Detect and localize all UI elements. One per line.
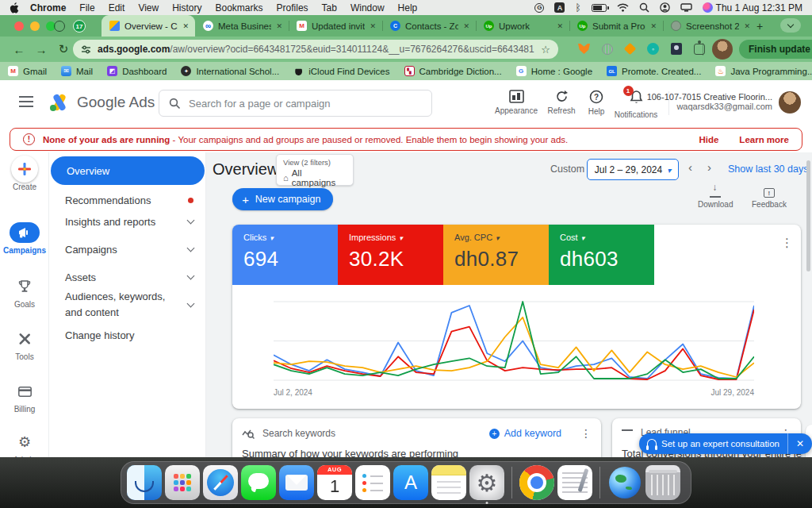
teal-extension-icon[interactable]: ◦ — [646, 42, 660, 56]
browser-tab-4[interactable]: Upwork — [476, 15, 569, 37]
menu-item-window[interactable]: Window — [350, 2, 385, 13]
menu-bar-clock[interactable]: Thu 1 Aug 12:31 PM — [716, 2, 802, 13]
dock-calendar-icon[interactable]: AUG1 — [317, 465, 352, 500]
dock-trash-icon[interactable] — [645, 465, 680, 500]
nav-item-assets[interactable]: Assets — [49, 267, 206, 287]
bookmark-8[interactable]: Java Programming... — [715, 66, 812, 76]
bookmark-1[interactable]: Mail — [61, 66, 93, 76]
bookmark-3[interactable]: International Schol... — [181, 66, 279, 76]
back-button[interactable]: ← — [8, 43, 30, 56]
nav-item-change-history[interactable]: Change history — [49, 325, 206, 344]
close-window-button[interactable] — [14, 21, 24, 31]
sphere-extension-icon[interactable] — [600, 42, 614, 56]
metric-tile-avg-cpc[interactable]: Avg. CPCdh0.87 — [443, 225, 549, 285]
nav-item-audiences-keywords-and-content[interactable]: Audiences, keywords, and content — [49, 289, 206, 321]
menu-item-tab[interactable]: Tab — [322, 2, 337, 13]
new-campaign-button[interactable]: New campaign — [232, 188, 333, 210]
dock-globe-icon[interactable] — [607, 465, 642, 500]
rail-item-tools[interactable]: Tools — [0, 329, 49, 361]
keywords-card-menu[interactable] — [580, 427, 592, 440]
browser-tab-3[interactable]: Contacts - Zoh — [382, 15, 476, 37]
dock-settings-icon[interactable] — [469, 465, 504, 500]
displays-icon[interactable] — [680, 2, 692, 13]
tag-extension-icon[interactable] — [623, 42, 637, 56]
metric-tile-cost[interactable]: Costdh603 — [549, 225, 654, 285]
close-tab-icon[interactable] — [276, 22, 282, 30]
view-filter-chip[interactable]: View (2 filters) All campaigns — [276, 154, 354, 186]
bookmark-star-icon[interactable] — [541, 44, 550, 56]
close-tab-icon[interactable] — [557, 22, 563, 30]
minimize-window-button[interactable] — [30, 21, 40, 31]
menu-item-edit[interactable]: Edit — [109, 2, 125, 13]
google-ads-logo[interactable]: Google Ads — [49, 93, 155, 112]
download-button[interactable]: Download — [698, 188, 733, 209]
hide-alert-button[interactable]: Hide — [699, 135, 718, 144]
browser-tab-2[interactable]: Updated invitati — [289, 15, 382, 37]
dock-notes-icon[interactable] — [431, 465, 466, 500]
menu-item-bookmarks[interactable]: Bookmarks — [216, 2, 263, 13]
next-range-button[interactable]: › — [707, 160, 711, 174]
dock-finder-icon[interactable] — [127, 465, 162, 500]
expert-consultation-banner[interactable]: Set up an expert consultation — [639, 433, 812, 454]
browser-tab-6[interactable]: Screenshot 202 — [663, 15, 756, 37]
address-bar[interactable]: ads.google.com/aw/overview?ocid=66434817… — [73, 40, 558, 59]
nav-item-campaigns[interactable]: Campaigns — [49, 240, 206, 259]
nav-item-recommendations[interactable]: Recommendations — [49, 190, 206, 210]
close-consult-button[interactable] — [788, 438, 812, 449]
show-last-30-days-link[interactable]: Show last 30 days — [728, 164, 808, 175]
browser-tab-1[interactable]: Meta Business S — [195, 15, 289, 37]
contacts-extension-icon[interactable] — [669, 42, 683, 56]
browser-tab-0[interactable]: Overview - Crea — [102, 15, 195, 37]
site-settings-icon[interactable] — [81, 44, 91, 55]
main-menu-hamburger-button[interactable] — [19, 96, 33, 107]
menu-item-file[interactable]: File — [79, 2, 94, 13]
bookmark-0[interactable]: Gmail — [8, 66, 47, 76]
dock-safari-icon[interactable] — [203, 465, 238, 500]
new-tab-button[interactable]: + — [753, 20, 766, 33]
card-overflow-menu[interactable] — [781, 236, 793, 250]
spotlight-icon[interactable] — [639, 2, 649, 13]
bookmark-4[interactable]: iCloud Find Devices — [293, 66, 389, 76]
rail-item-campaigns[interactable]: Campaigns — [0, 222, 49, 255]
close-tab-icon[interactable] — [650, 22, 657, 30]
account-avatar[interactable] — [779, 91, 801, 114]
bookmark-5[interactable]: Cambridge Diction... — [404, 66, 502, 76]
dock-mail-icon[interactable] — [279, 465, 314, 500]
metric-tile-impressions[interactable]: Impressions30.2K — [338, 225, 443, 285]
dock-reminders-icon[interactable] — [355, 465, 390, 500]
bluetooth-icon[interactable]: ᛒ — [575, 2, 580, 13]
dock-textedit-icon[interactable] — [557, 465, 592, 500]
appearance-button[interactable]: Appearance — [492, 90, 540, 115]
page-scrollbar[interactable] — [806, 160, 810, 271]
menu-item-profiles[interactable]: Profiles — [277, 2, 308, 13]
feedback-button[interactable]: Feedback — [752, 188, 787, 209]
close-tab-icon[interactable] — [744, 22, 750, 30]
nav-item-insights-and-reports[interactable]: Insights and reports — [49, 212, 206, 231]
rail-item-goals[interactable]: Goals — [0, 276, 49, 309]
rail-item-admin[interactable]: ⚙Admin — [0, 432, 49, 457]
battery-icon[interactable] — [592, 2, 607, 13]
dock-messages-icon[interactable] — [241, 465, 276, 500]
finish-update-button[interactable]: Finish update — [739, 40, 812, 59]
add-keyword-button[interactable]: Add keyword — [489, 428, 561, 439]
reload-button[interactable]: ↻ — [52, 42, 75, 56]
dock-launchpad-icon[interactable] — [165, 465, 200, 500]
siri-icon[interactable] — [703, 2, 713, 13]
close-tab-icon[interactable] — [182, 22, 189, 30]
metamask-extension-icon[interactable] — [577, 42, 591, 56]
bookmark-6[interactable]: Home : Google — [516, 66, 592, 76]
apple-menu-icon[interactable] — [10, 2, 19, 13]
dock-appstore-icon[interactable] — [393, 465, 428, 500]
close-tab-icon[interactable] — [370, 22, 376, 30]
previous-range-button[interactable]: ‹ — [688, 160, 692, 174]
tab-search-chevron-button[interactable] — [780, 18, 801, 33]
dock-chrome-icon[interactable] — [519, 465, 554, 500]
bookmark-2[interactable]: Dashboard — [107, 66, 167, 76]
rail-item-billing[interactable]: Billing — [0, 381, 49, 414]
metric-tile-clicks[interactable]: Clicks694 — [232, 225, 338, 285]
browser-tab-5[interactable]: Submit a Propos — [569, 15, 663, 37]
extensions-puzzle-icon[interactable] — [692, 42, 706, 56]
grammarly-icon[interactable]: G — [534, 2, 544, 13]
input-source-a-icon[interactable]: A — [554, 2, 565, 13]
menu-item-view[interactable]: View — [138, 2, 159, 13]
